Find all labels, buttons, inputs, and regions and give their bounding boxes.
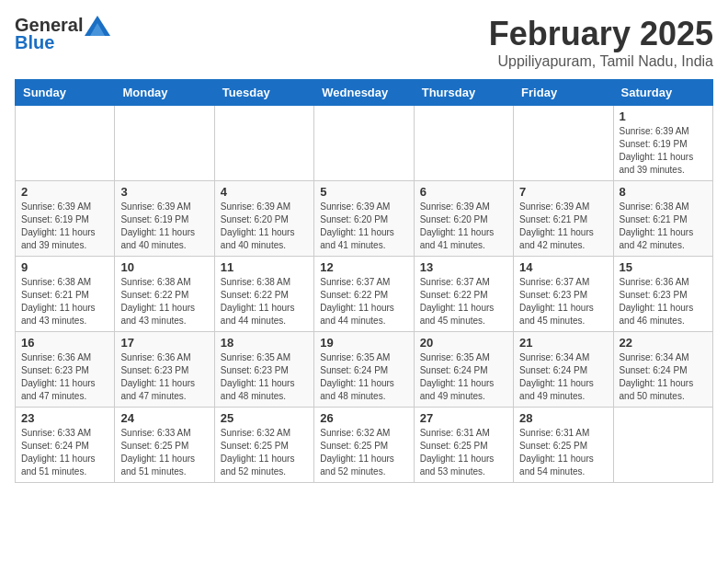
calendar-cell xyxy=(115,106,214,181)
week-row-4: 16Sunrise: 6:36 AM Sunset: 6:23 PM Dayli… xyxy=(16,332,713,408)
calendar-cell: 27Sunrise: 6:31 AM Sunset: 6:25 PM Dayli… xyxy=(414,408,513,483)
calendar-cell: 19Sunrise: 6:35 AM Sunset: 6:24 PM Dayli… xyxy=(314,332,414,408)
calendar-cell: 24Sunrise: 6:33 AM Sunset: 6:25 PM Dayli… xyxy=(115,408,214,483)
logo: General Blue xyxy=(15,15,110,53)
calendar-cell: 10Sunrise: 6:38 AM Sunset: 6:22 PM Dayli… xyxy=(115,257,214,332)
day-number: 10 xyxy=(120,260,208,274)
calendar-cell: 28Sunrise: 6:31 AM Sunset: 6:25 PM Dayli… xyxy=(514,408,613,483)
day-info-text: Sunrise: 6:31 AM Sunset: 6:25 PM Dayligh… xyxy=(519,427,607,478)
day-number: 23 xyxy=(21,411,108,425)
calendar-cell: 26Sunrise: 6:32 AM Sunset: 6:25 PM Dayli… xyxy=(314,408,414,483)
day-info-text: Sunrise: 6:39 AM Sunset: 6:20 PM Dayligh… xyxy=(320,201,407,252)
weekday-header-friday: Friday xyxy=(514,80,613,106)
day-number: 27 xyxy=(420,411,507,425)
day-info-text: Sunrise: 6:35 AM Sunset: 6:23 PM Dayligh… xyxy=(221,351,308,403)
logo-blue-text: Blue xyxy=(15,32,54,53)
day-number: 1 xyxy=(620,109,707,123)
calendar-cell: 3Sunrise: 6:39 AM Sunset: 6:19 PM Daylig… xyxy=(115,181,214,257)
calendar-cell: 6Sunrise: 6:39 AM Sunset: 6:20 PM Daylig… xyxy=(414,181,513,257)
day-info-text: Sunrise: 6:31 AM Sunset: 6:25 PM Dayligh… xyxy=(420,427,507,478)
calendar-cell: 16Sunrise: 6:36 AM Sunset: 6:23 PM Dayli… xyxy=(16,332,115,408)
weekday-header-thursday: Thursday xyxy=(414,80,513,106)
day-number: 14 xyxy=(519,260,607,274)
day-info-text: Sunrise: 6:37 AM Sunset: 6:23 PM Dayligh… xyxy=(519,276,607,327)
location-subtitle: Uppiliyapuram, Tamil Nadu, India xyxy=(489,53,713,70)
day-info-text: Sunrise: 6:38 AM Sunset: 6:22 PM Dayligh… xyxy=(221,276,308,327)
day-number: 26 xyxy=(320,411,407,425)
day-info-text: Sunrise: 6:33 AM Sunset: 6:25 PM Dayligh… xyxy=(120,427,208,478)
month-year-title: February 2025 xyxy=(489,15,713,53)
day-number: 3 xyxy=(120,185,208,199)
calendar-cell: 1Sunrise: 6:39 AM Sunset: 6:19 PM Daylig… xyxy=(613,106,712,181)
calendar-cell: 9Sunrise: 6:38 AM Sunset: 6:21 PM Daylig… xyxy=(16,257,115,332)
calendar-cell: 2Sunrise: 6:39 AM Sunset: 6:19 PM Daylig… xyxy=(16,181,115,257)
calendar-cell xyxy=(314,106,414,181)
calendar-cell xyxy=(514,106,613,181)
day-number: 16 xyxy=(21,336,108,350)
day-number: 20 xyxy=(420,336,507,350)
day-info-text: Sunrise: 6:39 AM Sunset: 6:19 PM Dayligh… xyxy=(120,201,208,252)
day-info-text: Sunrise: 6:36 AM Sunset: 6:23 PM Dayligh… xyxy=(620,276,707,327)
calendar-cell xyxy=(414,106,513,181)
weekday-header-sunday: Sunday xyxy=(16,80,115,106)
calendar-cell: 7Sunrise: 6:39 AM Sunset: 6:21 PM Daylig… xyxy=(514,181,613,257)
day-number: 15 xyxy=(620,260,707,274)
day-number: 12 xyxy=(320,260,407,274)
calendar-cell: 13Sunrise: 6:37 AM Sunset: 6:22 PM Dayli… xyxy=(414,257,513,332)
day-number: 22 xyxy=(620,336,707,350)
day-info-text: Sunrise: 6:33 AM Sunset: 6:24 PM Dayligh… xyxy=(21,427,108,478)
calendar-cell xyxy=(16,106,115,181)
day-number: 18 xyxy=(221,336,308,350)
day-info-text: Sunrise: 6:32 AM Sunset: 6:25 PM Dayligh… xyxy=(320,427,407,478)
calendar-cell xyxy=(613,408,712,483)
day-number: 8 xyxy=(620,185,707,199)
day-info-text: Sunrise: 6:38 AM Sunset: 6:21 PM Dayligh… xyxy=(620,201,707,252)
calendar-cell: 22Sunrise: 6:34 AM Sunset: 6:24 PM Dayli… xyxy=(613,332,712,408)
weekday-header-tuesday: Tuesday xyxy=(214,80,313,106)
day-info-text: Sunrise: 6:32 AM Sunset: 6:25 PM Dayligh… xyxy=(221,427,308,478)
week-row-1: 1Sunrise: 6:39 AM Sunset: 6:19 PM Daylig… xyxy=(16,106,713,181)
day-number: 6 xyxy=(420,185,507,199)
calendar-cell: 5Sunrise: 6:39 AM Sunset: 6:20 PM Daylig… xyxy=(314,181,414,257)
day-number: 5 xyxy=(320,185,407,199)
day-number: 28 xyxy=(519,411,607,425)
day-info-text: Sunrise: 6:37 AM Sunset: 6:22 PM Dayligh… xyxy=(320,276,407,327)
day-number: 19 xyxy=(320,336,407,350)
day-info-text: Sunrise: 6:36 AM Sunset: 6:23 PM Dayligh… xyxy=(21,351,108,403)
calendar-cell: 12Sunrise: 6:37 AM Sunset: 6:22 PM Dayli… xyxy=(314,257,414,332)
day-info-text: Sunrise: 6:35 AM Sunset: 6:24 PM Dayligh… xyxy=(420,351,507,403)
calendar-cell: 25Sunrise: 6:32 AM Sunset: 6:25 PM Dayli… xyxy=(214,408,313,483)
weekday-header-wednesday: Wednesday xyxy=(314,80,414,106)
weekday-header-row: SundayMondayTuesdayWednesdayThursdayFrid… xyxy=(16,80,713,106)
day-info-text: Sunrise: 6:34 AM Sunset: 6:24 PM Dayligh… xyxy=(620,351,707,403)
day-info-text: Sunrise: 6:39 AM Sunset: 6:19 PM Dayligh… xyxy=(620,125,707,177)
day-info-text: Sunrise: 6:35 AM Sunset: 6:24 PM Dayligh… xyxy=(320,351,407,403)
week-row-3: 9Sunrise: 6:38 AM Sunset: 6:21 PM Daylig… xyxy=(16,257,713,332)
calendar-cell: 18Sunrise: 6:35 AM Sunset: 6:23 PM Dayli… xyxy=(214,332,313,408)
weekday-header-saturday: Saturday xyxy=(613,80,712,106)
day-info-text: Sunrise: 6:37 AM Sunset: 6:22 PM Dayligh… xyxy=(420,276,507,327)
logo-icon xyxy=(85,16,110,36)
week-row-5: 23Sunrise: 6:33 AM Sunset: 6:24 PM Dayli… xyxy=(16,408,713,483)
day-info-text: Sunrise: 6:39 AM Sunset: 6:21 PM Dayligh… xyxy=(519,201,607,252)
day-number: 7 xyxy=(519,185,607,199)
calendar-cell: 15Sunrise: 6:36 AM Sunset: 6:23 PM Dayli… xyxy=(613,257,712,332)
week-row-2: 2Sunrise: 6:39 AM Sunset: 6:19 PM Daylig… xyxy=(16,181,713,257)
calendar-cell: 23Sunrise: 6:33 AM Sunset: 6:24 PM Dayli… xyxy=(16,408,115,483)
calendar-cell: 21Sunrise: 6:34 AM Sunset: 6:24 PM Dayli… xyxy=(514,332,613,408)
day-number: 25 xyxy=(221,411,308,425)
calendar-cell: 4Sunrise: 6:39 AM Sunset: 6:20 PM Daylig… xyxy=(214,181,313,257)
calendar-cell: 20Sunrise: 6:35 AM Sunset: 6:24 PM Dayli… xyxy=(414,332,513,408)
day-info-text: Sunrise: 6:39 AM Sunset: 6:19 PM Dayligh… xyxy=(21,201,108,252)
day-info-text: Sunrise: 6:34 AM Sunset: 6:24 PM Dayligh… xyxy=(519,351,607,403)
calendar-cell xyxy=(214,106,313,181)
day-info-text: Sunrise: 6:38 AM Sunset: 6:21 PM Dayligh… xyxy=(21,276,108,327)
day-info-text: Sunrise: 6:39 AM Sunset: 6:20 PM Dayligh… xyxy=(420,201,507,252)
calendar-cell: 14Sunrise: 6:37 AM Sunset: 6:23 PM Dayli… xyxy=(514,257,613,332)
page-header: General Blue February 2025 Uppiliyapuram… xyxy=(15,15,713,70)
day-number: 21 xyxy=(519,336,607,350)
day-info-text: Sunrise: 6:38 AM Sunset: 6:22 PM Dayligh… xyxy=(120,276,208,327)
calendar-table: SundayMondayTuesdayWednesdayThursdayFrid… xyxy=(15,79,713,483)
day-info-text: Sunrise: 6:39 AM Sunset: 6:20 PM Dayligh… xyxy=(221,201,308,252)
calendar-cell: 17Sunrise: 6:36 AM Sunset: 6:23 PM Dayli… xyxy=(115,332,214,408)
